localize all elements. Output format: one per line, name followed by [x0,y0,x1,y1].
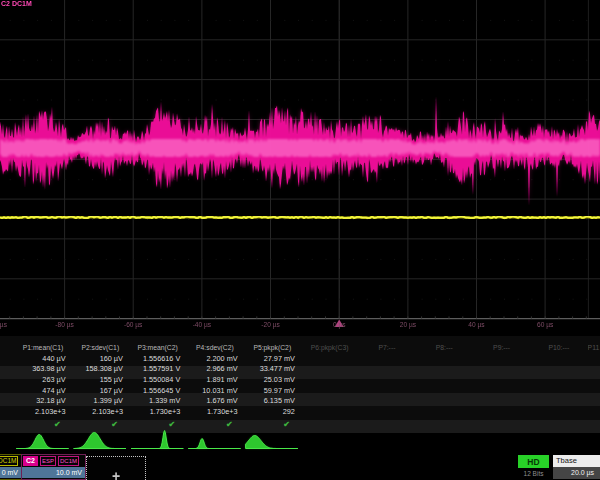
histicon-p2[interactable] [74,433,126,449]
parameter-header-p3[interactable]: P3:mean(C2) [129,344,186,353]
histicon-p1[interactable] [16,435,68,449]
measurement-cell-p2-row4: 167 µV [72,386,123,395]
status-check-p5: ✔ [244,420,290,429]
time-axis-label: 0 µs [333,321,346,328]
c2-chip: C2 [23,456,38,466]
measurement-cell-p4-row2: 2.966 mV [186,364,237,373]
parameter-header-p2[interactable]: P2:sdev(C1) [72,344,129,353]
timebase-title: Tbase [553,455,600,467]
add-trace-box[interactable]: + [86,456,146,480]
measurement-cell-p3-row3: 1.550084 V [129,375,180,384]
hd-label: HD [527,457,539,467]
time-axis-label: -80 µs [55,321,73,328]
histicon-p3[interactable] [131,431,183,449]
hd-mode-badge[interactable]: HD [518,455,549,468]
measurement-cell-p2-row3: 155 µV [72,375,123,384]
measurement-cell-p2-row6: 2.103e+3 [72,407,123,416]
parameter-header-p1[interactable]: P1:mean(C1) [14,344,71,353]
measurement-cell-p1-row6: 2.103e+3 [14,407,65,416]
trace-label: C2 DC1M [1,0,32,7]
oscilloscope-screen: C2 DC1M -100 µs-80 µs-60 µs-40 µs-20 µs0… [0,0,600,480]
c2-coupling-badge: DC1M [58,456,79,466]
measurement-cell-p1-row1: 440 µV [14,354,65,363]
parameter-header-p7[interactable]: P7:--- [358,344,415,353]
measurement-cell-p3-row5: 1.339 mV [129,396,180,405]
channel-c1-descriptor[interactable]: DC1M 0 mV [0,454,22,480]
measurement-cell-p4-row4: 10.031 mV [186,386,237,395]
c2-esp-badge: ESP [40,456,56,466]
timebase-descriptor[interactable]: Tbase 20.0 µs [553,455,600,479]
measurement-cell-p2-row1: 160 µV [72,354,123,363]
time-axis-label: -100 µs [0,321,7,328]
measurement-table: P1:mean(C1)440 µV363.98 µV263 µV474 µV32… [0,336,600,430]
status-check-p3: ✔ [129,420,175,429]
time-axis-label: 60 µs [537,321,553,328]
histicon-p4[interactable] [188,439,240,449]
timebase-value: 20.0 µs [553,467,600,479]
measurement-cell-p5-row4: 59.97 mV [244,386,295,395]
parameter-header-p10[interactable]: P10:--- [530,344,587,353]
measurement-cell-p5-row5: 6.135 mV [244,396,295,405]
measurement-cell-p1-row2: 363.98 µV [14,364,65,373]
parameter-header-p9[interactable]: P9:--- [473,344,530,353]
measurement-cell-p4-row6: 1.730e+3 [186,407,237,416]
measurement-cell-p4-row1: 2.200 mV [186,354,237,363]
measurement-cell-p3-row2: 1.557591 V [129,364,180,373]
histicon-strip [0,430,600,454]
hd-bits-label: 12 Bits [515,470,552,477]
c1-vdiv-value: 0 mV [0,467,21,478]
time-axis-label: -60 µs [124,321,142,328]
measurement-cell-p1-row5: 32.18 µV [14,396,65,405]
measurement-cell-p5-row2: 33.477 mV [244,364,295,373]
measurement-cell-p5-row3: 25.03 mV [244,375,295,384]
parameter-header-p6[interactable]: P6:pkpk(C3) [301,344,358,353]
status-check-p1: ✔ [14,420,60,429]
parameter-header-p11[interactable]: P11 [588,344,600,353]
c1-coupling-badge: DC1M [0,456,18,466]
status-check-p2: ✔ [72,420,118,429]
time-axis-label: -20 µs [261,321,279,328]
measurement-cell-p3-row4: 1.556645 V [129,386,180,395]
measurement-cell-p4-row5: 1.676 mV [186,396,237,405]
c2-vdiv-value: 10.0 mV [22,467,85,478]
measurement-cell-p5-row6: 292 [244,407,295,416]
descriptor-bar: DC1M 0 mV C2 ESP DC1M 10.0 mV + HD 12 Bi… [0,454,600,480]
measurement-cell-p5-row1: 27.97 mV [244,354,295,363]
measurement-cell-p2-row2: 158.308 µV [72,364,123,373]
parameter-header-p5[interactable]: P5:pkpk(C2) [244,344,301,353]
channel-c2-descriptor[interactable]: C2 ESP DC1M 10.0 mV [21,454,86,480]
measurement-cell-p4-row3: 1.891 mV [186,375,237,384]
measurement-cell-p3-row1: 1.556616 V [129,354,180,363]
time-axis-label: 40 µs [468,321,484,328]
histicon-p5[interactable] [246,436,298,449]
time-axis-label: 20 µs [400,321,416,328]
measurement-cell-p2-row5: 1.399 µV [72,396,123,405]
parameter-header-p4[interactable]: P4:sdev(C2) [186,344,243,353]
graticule [0,0,600,336]
measurement-cell-p1-row4: 474 µV [14,386,65,395]
parameter-header-p8[interactable]: P8:--- [416,344,473,353]
waveform-area[interactable]: C2 DC1M -100 µs-80 µs-60 µs-40 µs-20 µs0… [0,0,600,336]
measurement-cell-p3-row6: 1.730e+3 [129,407,180,416]
plus-icon: + [112,469,120,480]
time-axis-label: -40 µs [193,321,211,328]
status-check-p4: ✔ [186,420,232,429]
measurement-cell-p1-row3: 263 µV [14,375,65,384]
